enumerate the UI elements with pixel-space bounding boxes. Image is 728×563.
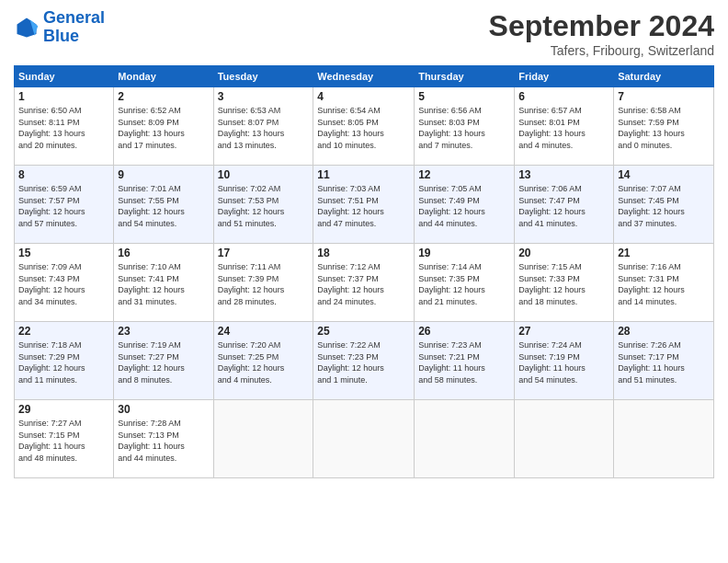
calendar-day-cell	[213, 400, 313, 478]
day-number: 15	[18, 247, 109, 259]
day-info: Sunrise: 6:52 AM Sunset: 8:09 PM Dayligh…	[118, 105, 209, 151]
calendar-day-cell: 8Sunrise: 6:59 AM Sunset: 7:57 PM Daylig…	[15, 166, 114, 244]
calendar-day-cell	[515, 400, 614, 478]
day-number: 16	[118, 247, 209, 259]
day-number: 4	[317, 90, 410, 103]
calendar-day-cell: 28Sunrise: 7:26 AM Sunset: 7:17 PM Dayli…	[614, 322, 714, 400]
calendar-day-cell: 20Sunrise: 7:15 AM Sunset: 7:33 PM Dayli…	[515, 244, 614, 322]
title-block: September 2024 Tafers, Fribourg, Switzer…	[489, 9, 714, 58]
calendar-day-cell: 1Sunrise: 6:50 AM Sunset: 8:11 PM Daylig…	[15, 87, 114, 166]
day-number: 17	[218, 247, 310, 259]
calendar-day-cell: 11Sunrise: 7:03 AM Sunset: 7:51 PM Dayli…	[313, 166, 415, 244]
day-number: 10	[218, 168, 310, 181]
logo-icon	[14, 15, 40, 40]
header: General Blue September 2024 Tafers, Frib…	[14, 9, 714, 58]
location: Tafers, Fribourg, Switzerland	[489, 43, 714, 58]
day-number: 13	[518, 168, 609, 181]
calendar-day-cell: 26Sunrise: 7:23 AM Sunset: 7:21 PM Dayli…	[415, 322, 515, 400]
calendar-day-cell: 16Sunrise: 7:10 AM Sunset: 7:41 PM Dayli…	[114, 244, 213, 322]
day-number: 27	[518, 325, 609, 338]
day-info: Sunrise: 7:06 AM Sunset: 7:47 PM Dayligh…	[518, 183, 609, 229]
weekday-header: Saturday	[614, 66, 714, 87]
day-number: 2	[118, 90, 209, 103]
day-info: Sunrise: 7:24 AM Sunset: 7:19 PM Dayligh…	[518, 339, 609, 385]
day-number: 5	[418, 90, 510, 103]
calendar-day-cell: 21Sunrise: 7:16 AM Sunset: 7:31 PM Dayli…	[614, 244, 714, 322]
calendar-week-row: 8Sunrise: 6:59 AM Sunset: 7:57 PM Daylig…	[15, 166, 714, 244]
calendar-day-cell: 30Sunrise: 7:28 AM Sunset: 7:13 PM Dayli…	[114, 400, 213, 478]
weekday-header: Monday	[114, 66, 213, 87]
day-info: Sunrise: 7:27 AM Sunset: 7:15 PM Dayligh…	[18, 418, 109, 464]
calendar-header-row: SundayMondayTuesdayWednesdayThursdayFrid…	[15, 66, 714, 87]
calendar-day-cell: 6Sunrise: 6:57 AM Sunset: 8:01 PM Daylig…	[515, 87, 614, 166]
day-info: Sunrise: 7:22 AM Sunset: 7:23 PM Dayligh…	[317, 339, 410, 385]
day-number: 7	[618, 90, 710, 103]
day-number: 3	[218, 90, 310, 103]
calendar-day-cell: 14Sunrise: 7:07 AM Sunset: 7:45 PM Dayli…	[614, 166, 714, 244]
calendar-day-cell: 7Sunrise: 6:58 AM Sunset: 7:59 PM Daylig…	[614, 87, 714, 166]
calendar-day-cell: 9Sunrise: 7:01 AM Sunset: 7:55 PM Daylig…	[114, 166, 213, 244]
day-info: Sunrise: 7:16 AM Sunset: 7:31 PM Dayligh…	[618, 261, 710, 307]
day-number: 24	[218, 325, 310, 338]
day-info: Sunrise: 7:11 AM Sunset: 7:39 PM Dayligh…	[218, 261, 310, 307]
weekday-header: Sunday	[15, 66, 114, 87]
day-info: Sunrise: 7:07 AM Sunset: 7:45 PM Dayligh…	[618, 183, 710, 229]
day-number: 23	[118, 325, 209, 338]
day-number: 12	[418, 168, 510, 181]
day-info: Sunrise: 7:12 AM Sunset: 7:37 PM Dayligh…	[317, 261, 410, 307]
calendar-day-cell: 3Sunrise: 6:53 AM Sunset: 8:07 PM Daylig…	[213, 87, 313, 166]
calendar-day-cell: 29Sunrise: 7:27 AM Sunset: 7:15 PM Dayli…	[15, 400, 114, 478]
calendar-week-row: 29Sunrise: 7:27 AM Sunset: 7:15 PM Dayli…	[15, 400, 714, 478]
day-info: Sunrise: 7:10 AM Sunset: 7:41 PM Dayligh…	[118, 261, 209, 307]
calendar-day-cell: 10Sunrise: 7:02 AM Sunset: 7:53 PM Dayli…	[213, 166, 313, 244]
day-number: 9	[118, 168, 209, 181]
calendar-day-cell: 15Sunrise: 7:09 AM Sunset: 7:43 PM Dayli…	[15, 244, 114, 322]
day-number: 19	[418, 247, 510, 259]
day-info: Sunrise: 7:20 AM Sunset: 7:25 PM Dayligh…	[218, 339, 310, 385]
day-number: 8	[18, 168, 109, 181]
day-number: 30	[118, 403, 209, 416]
logo-text: General Blue	[43, 9, 105, 46]
day-info: Sunrise: 6:54 AM Sunset: 8:05 PM Dayligh…	[317, 105, 410, 151]
day-info: Sunrise: 7:14 AM Sunset: 7:35 PM Dayligh…	[418, 261, 510, 307]
day-number: 6	[518, 90, 609, 103]
logo-blue: Blue	[43, 27, 79, 45]
calendar-day-cell: 22Sunrise: 7:18 AM Sunset: 7:29 PM Dayli…	[15, 322, 114, 400]
day-number: 26	[418, 325, 510, 338]
calendar-table: SundayMondayTuesdayWednesdayThursdayFrid…	[14, 65, 714, 478]
calendar-day-cell: 24Sunrise: 7:20 AM Sunset: 7:25 PM Dayli…	[213, 322, 313, 400]
day-number: 14	[618, 168, 710, 181]
day-info: Sunrise: 7:05 AM Sunset: 7:49 PM Dayligh…	[418, 183, 510, 229]
day-number: 25	[317, 325, 410, 338]
day-number: 11	[317, 168, 410, 181]
day-info: Sunrise: 6:57 AM Sunset: 8:01 PM Dayligh…	[518, 105, 609, 151]
day-number: 21	[618, 247, 710, 259]
day-number: 22	[18, 325, 109, 338]
day-info: Sunrise: 7:01 AM Sunset: 7:55 PM Dayligh…	[118, 183, 209, 229]
day-info: Sunrise: 7:18 AM Sunset: 7:29 PM Dayligh…	[18, 339, 109, 385]
day-number: 18	[317, 247, 410, 259]
calendar-day-cell: 12Sunrise: 7:05 AM Sunset: 7:49 PM Dayli…	[415, 166, 515, 244]
calendar-day-cell: 23Sunrise: 7:19 AM Sunset: 7:27 PM Dayli…	[114, 322, 213, 400]
calendar-day-cell: 18Sunrise: 7:12 AM Sunset: 7:37 PM Dayli…	[313, 244, 415, 322]
calendar-day-cell: 25Sunrise: 7:22 AM Sunset: 7:23 PM Dayli…	[313, 322, 415, 400]
day-info: Sunrise: 7:26 AM Sunset: 7:17 PM Dayligh…	[618, 339, 710, 385]
calendar-day-cell: 13Sunrise: 7:06 AM Sunset: 7:47 PM Dayli…	[515, 166, 614, 244]
calendar-day-cell	[313, 400, 415, 478]
day-info: Sunrise: 7:23 AM Sunset: 7:21 PM Dayligh…	[418, 339, 510, 385]
calendar-week-row: 15Sunrise: 7:09 AM Sunset: 7:43 PM Dayli…	[15, 244, 714, 322]
day-info: Sunrise: 7:09 AM Sunset: 7:43 PM Dayligh…	[18, 261, 109, 307]
page: General Blue September 2024 Tafers, Frib…	[0, 0, 728, 563]
logo: General Blue	[14, 9, 105, 46]
calendar-week-row: 22Sunrise: 7:18 AM Sunset: 7:29 PM Dayli…	[15, 322, 714, 400]
day-info: Sunrise: 6:59 AM Sunset: 7:57 PM Dayligh…	[18, 183, 109, 229]
day-info: Sunrise: 6:50 AM Sunset: 8:11 PM Dayligh…	[18, 105, 109, 151]
calendar-day-cell: 5Sunrise: 6:56 AM Sunset: 8:03 PM Daylig…	[415, 87, 515, 166]
calendar-day-cell: 27Sunrise: 7:24 AM Sunset: 7:19 PM Dayli…	[515, 322, 614, 400]
month-title: September 2024	[489, 9, 714, 43]
day-info: Sunrise: 7:03 AM Sunset: 7:51 PM Dayligh…	[317, 183, 410, 229]
day-info: Sunrise: 6:53 AM Sunset: 8:07 PM Dayligh…	[218, 105, 310, 151]
weekday-header: Tuesday	[213, 66, 313, 87]
calendar-day-cell	[614, 400, 714, 478]
day-info: Sunrise: 7:02 AM Sunset: 7:53 PM Dayligh…	[218, 183, 310, 229]
